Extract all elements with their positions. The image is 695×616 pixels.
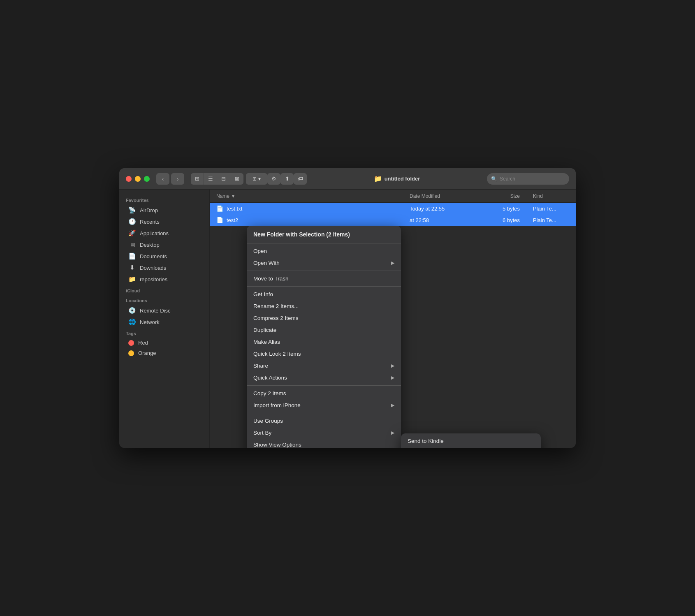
sidebar-item-network[interactable]: 🌐 Network [122, 316, 207, 328]
sort-by-item[interactable]: Sort By ▶ [247, 427, 401, 439]
sidebar-item-applications[interactable]: 🚀 Applications [122, 227, 207, 239]
submenu-arrow-icon: ▶ [391, 260, 394, 266]
sidebar-item-label: repositories [140, 276, 167, 283]
share-label: Share [253, 363, 268, 369]
use-groups-label: Use Groups [253, 418, 283, 424]
size-column-header[interactable]: Size [485, 193, 526, 199]
share-button[interactable]: ⬆ [280, 173, 294, 185]
sidebar-item-label: Red [138, 340, 148, 346]
kind-column-header[interactable]: Kind [526, 193, 576, 199]
list-view-button[interactable]: ☰ [204, 173, 217, 185]
new-folder-selection-item[interactable]: New Folder with Selection (2 Items) [247, 227, 401, 241]
gallery-view-button[interactable]: ⊠ [230, 173, 243, 185]
search-bar[interactable]: 🔍 Search [487, 173, 569, 185]
name-column-label: Name [216, 193, 229, 199]
action-button[interactable]: ⚙ [267, 173, 280, 185]
show-view-options-item[interactable]: Show View Options [247, 439, 401, 448]
send-kindle-2-item[interactable]: Send to Kindle [401, 447, 541, 448]
sidebar-item-repositories[interactable]: 📁 repositories [122, 273, 207, 285]
file-icon: 📄 [216, 205, 223, 212]
locations-section-label: Locations [119, 295, 209, 305]
sidebar-item-label: Documents [140, 253, 167, 259]
sidebar-item-label: Downloads [140, 265, 166, 271]
size-column-label: Size [510, 193, 520, 199]
file-date-cell: at 22:58 [403, 217, 485, 223]
file-icon: 📄 [216, 217, 223, 223]
make-alias-label: Make Alias [253, 339, 280, 345]
close-button[interactable] [126, 176, 132, 182]
title-folder-icon: 📁 [374, 175, 382, 183]
icon-view-button[interactable]: ⊞ [191, 173, 204, 185]
make-alias-item[interactable]: Make Alias [247, 336, 401, 348]
orange-tag-dot [128, 350, 134, 356]
name-column-header[interactable]: Name ▾ [210, 193, 403, 199]
file-name-cell: 📄 test.txt [210, 205, 403, 212]
get-info-item[interactable]: Get Info [247, 288, 401, 300]
recents-icon: 🕐 [128, 218, 136, 225]
tag-button[interactable]: 🏷 [294, 173, 307, 185]
window-title: 📁 untitled folder [307, 175, 487, 183]
group-button[interactable]: ⊞ ▾ [246, 173, 267, 185]
import-label: Import from iPhone [253, 402, 301, 408]
file-name-label: test.txt [227, 206, 242, 212]
sidebar-item-downloads[interactable]: ⬇ Downloads [122, 262, 207, 273]
submenu-arrow-icon: ▶ [391, 430, 394, 435]
sidebar-item-label: Recents [140, 219, 160, 225]
open-with-item[interactable]: Open With ▶ [247, 257, 401, 269]
sidebar-item-remote-disc[interactable]: 💿 Remote Disc [122, 305, 207, 316]
table-row[interactable]: 📄 test2 at 22:58 6 bytes Plain Te... [210, 214, 576, 226]
file-size-cell: 5 bytes [485, 206, 526, 212]
menu-separator [247, 271, 401, 271]
get-info-label: Get Info [253, 291, 273, 297]
submenu-arrow-icon: ▶ [391, 403, 394, 408]
sidebar-item-desktop[interactable]: 🖥 Desktop [122, 239, 207, 250]
rename-item[interactable]: Rename 2 Items... [247, 300, 401, 312]
sidebar-item-recents[interactable]: 🕐 Recents [122, 216, 207, 227]
favourites-section-label: Favourites [119, 195, 209, 204]
search-placeholder: Search [500, 176, 515, 182]
sidebar-item-red-tag[interactable]: Red [122, 338, 207, 348]
use-groups-item[interactable]: Use Groups [247, 415, 401, 427]
table-row[interactable]: 📄 test.txt Today at 22:55 5 bytes Plain … [210, 203, 576, 214]
open-item[interactable]: Open [247, 245, 401, 257]
quick-look-label: Quick Look 2 Items [253, 351, 301, 357]
share-item[interactable]: Share ▶ [247, 360, 401, 372]
traffic-lights [126, 176, 150, 182]
show-view-options-label: Show View Options [253, 442, 301, 448]
network-icon: 🌐 [128, 318, 136, 326]
quick-actions-item[interactable]: Quick Actions ▶ [247, 372, 401, 384]
maximize-button[interactable] [144, 176, 150, 182]
back-button[interactable]: ‹ [156, 173, 169, 185]
send-kindle-1-label: Send to Kindle [408, 438, 444, 444]
remote-disc-icon: 💿 [128, 307, 136, 314]
rename-label: Rename 2 Items... [253, 303, 299, 309]
compress-item[interactable]: Compress 2 Items [247, 312, 401, 324]
sidebar-item-orange-tag[interactable]: Orange [122, 348, 207, 358]
minimize-button[interactable] [135, 176, 141, 182]
duplicate-item[interactable]: Duplicate [247, 324, 401, 336]
copy-item[interactable]: Copy 2 Items [247, 387, 401, 399]
quick-look-item[interactable]: Quick Look 2 Items [247, 348, 401, 360]
date-column-label: Date Modified [410, 193, 440, 199]
applications-icon: 🚀 [128, 229, 136, 237]
new-folder-selection-label: New Folder with Selection (2 Items) [253, 231, 350, 238]
sidebar-item-airdrop[interactable]: 📡 AirDrop [122, 204, 207, 216]
forward-button[interactable]: › [171, 173, 184, 185]
column-view-button[interactable]: ⊟ [217, 173, 230, 185]
file-name-label: test2 [227, 217, 238, 223]
sidebar-item-documents[interactable]: 📄 Documents [122, 250, 207, 262]
context-menu: New Folder with Selection (2 Items) Open… [247, 226, 401, 448]
send-kindle-1-item[interactable]: Send to Kindle [401, 435, 541, 447]
search-icon: 🔍 [491, 176, 497, 182]
red-tag-dot [128, 340, 134, 346]
file-kind-cell: Plain Te... [526, 206, 576, 212]
sidebar-item-label: Applications [140, 230, 169, 236]
import-from-iphone-item[interactable]: Import from iPhone ▶ [247, 399, 401, 411]
move-to-trash-item[interactable]: Move to Trash [247, 273, 401, 285]
sidebar-item-label: Network [140, 319, 160, 325]
date-column-header[interactable]: Date Modified [403, 193, 485, 199]
move-to-trash-label: Move to Trash [253, 276, 289, 282]
compress-label: Compress 2 Items [253, 315, 299, 321]
title-bar: ‹ › ⊞ ☰ ⊟ ⊠ ⊞ ▾ ⚙ ⬆ 🏷 📁 untitled folder … [119, 168, 576, 190]
title-label: untitled folder [385, 176, 420, 182]
